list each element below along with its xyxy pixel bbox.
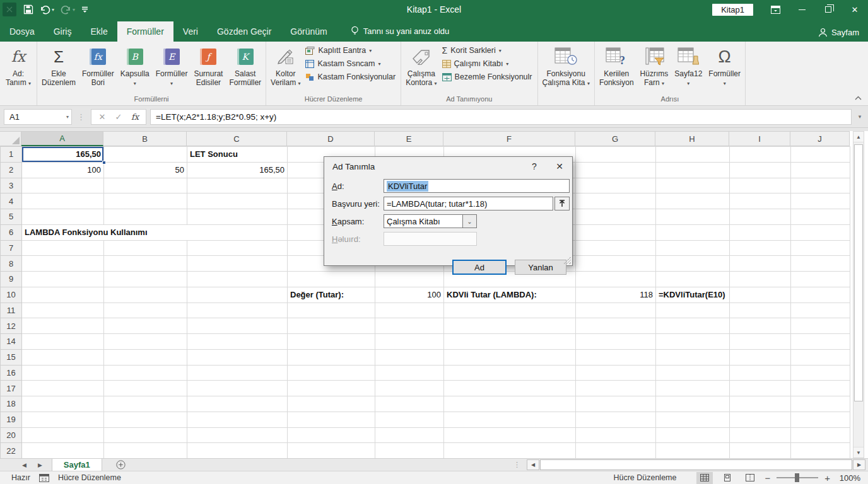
cell-C10[interactable]: [187, 287, 288, 302]
cell-I2[interactable]: [730, 162, 791, 178]
row-header-16[interactable]: 16: [1, 365, 22, 381]
cell-B4[interactable]: [104, 193, 187, 209]
cell-A1[interactable]: 165,50: [22, 147, 104, 163]
tab-g-r-n-m[interactable]: Görünüm: [281, 21, 336, 42]
cell-D10[interactable]: Değer (Tutar):: [288, 287, 375, 302]
column-header-d[interactable]: D: [287, 131, 375, 146]
zoom-out-icon[interactable]: −: [765, 473, 770, 483]
cell-G10[interactable]: 118: [576, 287, 656, 302]
cell-J3[interactable]: [791, 178, 850, 193]
cell-D18[interactable]: [288, 396, 375, 412]
expand-formula-bar-icon[interactable]: ▾: [854, 113, 865, 120]
row-header-15[interactable]: 15: [1, 349, 22, 365]
restore-button[interactable]: [815, 0, 842, 19]
cell-J8[interactable]: [791, 256, 850, 272]
cell-A10[interactable]: [22, 287, 104, 302]
cell-J22[interactable]: [791, 443, 850, 459]
cell-H2[interactable]: [656, 162, 730, 178]
cell-I8[interactable]: [730, 256, 791, 272]
dialog-close-icon[interactable]: ✕: [547, 157, 572, 176]
cell-F18[interactable]: [444, 396, 576, 412]
cell-D20[interactable]: [288, 427, 375, 443]
cell-F11[interactable]: [444, 302, 576, 318]
cell-C17[interactable]: [187, 381, 288, 396]
horizontal-scroll-thumb[interactable]: [540, 459, 852, 470]
cell-D22[interactable]: [288, 443, 375, 459]
row-header-22[interactable]: 22: [1, 443, 22, 459]
cell-D11[interactable]: [288, 302, 375, 318]
cell-I4[interactable]: [730, 193, 791, 209]
horizontal-scrollbar[interactable]: ◀ ▶: [527, 459, 865, 470]
row-header-10[interactable]: 10: [1, 287, 22, 302]
cell-F22[interactable]: [444, 443, 576, 459]
vertical-scrollbar[interactable]: ▲ ▼: [853, 131, 864, 458]
cell-I9[interactable]: [730, 272, 791, 287]
cell-J4[interactable]: [791, 193, 850, 209]
row-header-3[interactable]: 3: [1, 178, 22, 193]
cell-F14[interactable]: [444, 334, 576, 350]
document-name-box[interactable]: Kitap1: [712, 4, 753, 16]
cell-D16[interactable]: [288, 365, 375, 381]
cell-F20[interactable]: [444, 427, 576, 443]
ok-button[interactable]: Ad: [452, 260, 507, 275]
page-break-preview-icon[interactable]: [742, 472, 758, 484]
cell-I15[interactable]: [730, 349, 791, 365]
row-header-8[interactable]: 8: [1, 256, 22, 272]
column-header-g[interactable]: G: [575, 131, 655, 146]
scroll-left-icon[interactable]: ◀: [527, 459, 539, 470]
cell-F10[interactable]: KDVli Tutar (LAMBDA):: [444, 287, 576, 302]
collapse-dialog-icon[interactable]: [554, 197, 570, 210]
cell-A20[interactable]: [22, 427, 104, 443]
name-box[interactable]: A1 ▾: [4, 109, 72, 125]
cell-E20[interactable]: [375, 427, 444, 443]
cell-B3[interactable]: [104, 178, 187, 193]
cell-J16[interactable]: [791, 365, 850, 381]
cell-I14[interactable]: [730, 334, 791, 350]
ribbon-button-form-ller-bori[interactable]: fxFormüllerBori: [79, 43, 117, 95]
column-header-f[interactable]: F: [443, 131, 575, 146]
cell-C1[interactable]: LET Sonucu: [187, 147, 288, 163]
new-sheet-icon[interactable]: [116, 460, 126, 470]
cell-B14[interactable]: [104, 334, 187, 350]
cell-E12[interactable]: [375, 318, 444, 334]
cell-E10[interactable]: 100: [375, 287, 444, 302]
cell-A6[interactable]: LAMBDA Fonksiyonu Kullanımı: [22, 224, 288, 240]
ribbon-button-korit-sarkleri[interactable]: ΣKorit Sarkleri▾: [440, 45, 536, 56]
ribbon-button-bezemle-fonksiyonulr[interactable]: Bezemle Fonksiyonulr: [440, 71, 536, 83]
previous-sheet-icon[interactable]: ◀: [16, 462, 32, 468]
cell-C18[interactable]: [187, 396, 288, 412]
excel-app-icon[interactable]: [3, 3, 16, 16]
column-header-j[interactable]: J: [790, 131, 850, 146]
cell-G14[interactable]: [576, 334, 656, 350]
ribbon-button-salast-form-ller[interactable]: KSalastFormüller: [226, 43, 264, 95]
cell-C15[interactable]: [187, 349, 288, 365]
tab-split-handle[interactable]: ⋮: [513, 461, 520, 469]
select-all-corner[interactable]: [0, 131, 21, 146]
cell-B5[interactable]: [104, 209, 187, 225]
cell-I19[interactable]: [730, 412, 791, 427]
cell-D9[interactable]: [288, 272, 375, 287]
ribbon-button-ad-tan-m[interactable]: fxAd:Tanım ▾: [1, 43, 35, 95]
cell-I10[interactable]: [730, 287, 791, 302]
cell-H1[interactable]: [656, 147, 730, 163]
cell-D15[interactable]: [288, 349, 375, 365]
row-header-19[interactable]: 19: [1, 412, 22, 427]
tell-me-search[interactable]: Tannı su yani anuz oldu: [351, 26, 450, 42]
cell-B18[interactable]: [104, 396, 187, 412]
scroll-up-icon[interactable]: ▲: [853, 132, 864, 142]
cell-B10[interactable]: [104, 287, 187, 302]
cell-G8[interactable]: [576, 256, 656, 272]
ribbon-display-options-icon[interactable]: [762, 0, 789, 19]
customize-quick-access-button[interactable]: [78, 0, 91, 19]
ribbon-button-surnurat-edisiler[interactable]: ƒSurnuratEdisiler: [191, 43, 226, 95]
row-header-5[interactable]: 5: [1, 209, 22, 225]
cell-H16[interactable]: [656, 365, 730, 381]
dialog-input-h-lu-rd[interactable]: [384, 232, 477, 246]
collapse-ribbon-icon[interactable]: [855, 91, 862, 103]
cell-I6[interactable]: [730, 224, 791, 240]
cell-B11[interactable]: [104, 302, 187, 318]
cell-E19[interactable]: [375, 412, 444, 427]
ribbon-button-ekle-d-zenlem[interactable]: ΣEkleDüzenlem: [38, 43, 79, 95]
cell-B12[interactable]: [104, 318, 187, 334]
cell-B2[interactable]: 50: [104, 162, 187, 178]
